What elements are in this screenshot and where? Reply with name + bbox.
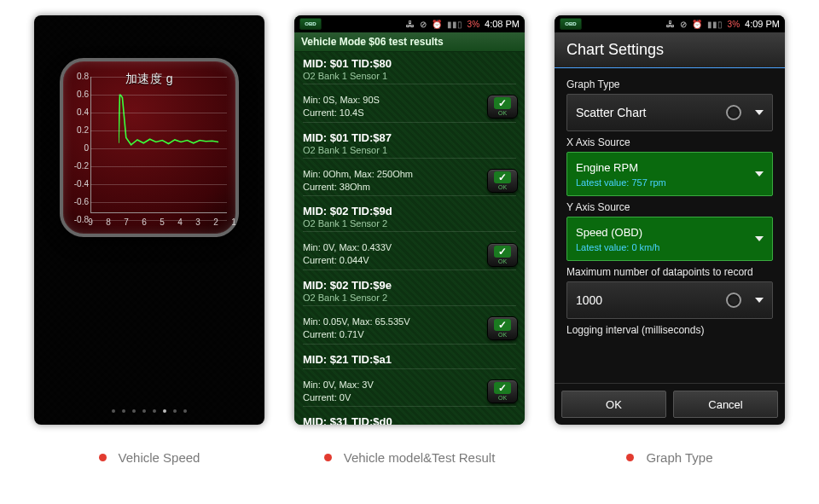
pass-icon: ✓OK [487,95,518,119]
result-header-row: MID: $01 TID:$80O2 Bank 1 Sensor 1 [294,52,525,88]
y-gridline [90,95,227,96]
app-icon: OBD [560,18,582,30]
y-tick-label: 0.8 [65,72,89,81]
result-head: MID: $01 TID:$87 [303,131,516,144]
pass-icon: ✓OK [487,243,518,267]
phone-1-speed-gauge: 加速度 g 0.80.60.40.20-0.2-0.4-0.6-0.898765… [34,15,264,425]
max-points-select[interactable]: 1000 [566,281,773,319]
result-header-row: MID: $02 TID:$9dO2 Bank 1 Sensor 2 [294,200,525,235]
pager-dots[interactable] [34,409,264,413]
result-sub: O2 Bank 1 Sensor 2 [303,218,516,229]
result-value-row[interactable]: Min: 0V, Max: 3VCurrent: 0V✓OK [294,373,525,411]
pass-icon: ✓OK [487,316,518,340]
chevron-down-icon [755,171,764,177]
ok-label: OK [498,332,507,338]
status-bar: OBD 🖧 ⊘ ⏰ ▮▮▯ 3% 4:09 PM [555,15,785,32]
y-tick-label: 0.2 [65,125,89,135]
pager-dot[interactable] [142,409,146,413]
pager-dot[interactable] [153,409,156,413]
result-header-row: MID: $01 TID:$87O2 Bank 1 Sensor 1 [294,126,525,162]
x-tick-label: 9 [88,217,93,227]
result-header-row: MID: $31 TID:$d0 [294,410,525,425]
check-icon: ✓ [494,319,511,331]
bullet-icon [99,454,107,461]
pass-icon: ✓OK [487,379,518,403]
result-values: Min: 0V, Max: 0.433VCurrent: 0.044V [303,241,516,267]
graph-type-select[interactable]: Scatter Chart [566,94,773,131]
x-axis-label: X Axis Source [566,136,773,148]
settings-header: Chart Settings [555,32,785,68]
caption-text: Vehicle model&Test Result [344,450,496,465]
results-list[interactable]: MID: $01 TID:$80O2 Bank 1 Sensor 1Min: 0… [294,52,525,425]
chevron-down-icon [755,236,764,241]
result-head: MID: $02 TID:$9d [303,205,516,217]
y-axis-label: Y Axis Source [566,201,773,213]
accel-gauge[interactable]: 加速度 g 0.80.60.40.20-0.2-0.4-0.6-0.898765… [60,58,239,237]
alarm-icon: ⏰ [432,20,442,29]
y-tick-label: -0.6 [65,197,89,206]
ok-label: OK [498,258,507,264]
phone-2-test-results: OBD 🖧 ⊘ ⏰ ▮▮▯ 3% 4:08 PM Vehicle Mode $0… [294,15,525,425]
bluetooth-icon: 🖧 [406,20,415,29]
result-value-row[interactable]: Min: 0.05V, Max: 65.535VCurrent: 0.71V✓O… [294,310,525,348]
x-axis-value: Engine RPM [576,161,764,174]
ok-label: OK [498,110,507,116]
x-tick-label: 3 [195,217,200,227]
bluetooth-icon: 🖧 [666,20,675,29]
pass-icon: ✓OK [487,169,518,193]
result-values: Min: 0S, Max: 90SCurrent: 10.4S [303,94,516,119]
gauge-grid [90,77,227,213]
ok-label: OK [498,395,507,401]
x-axis-latest: Latest value: 757 rpm [576,177,764,188]
x-tick-label: 6 [142,217,147,227]
y-axis-select[interactable]: Speed (OBD) Latest value: 0 km/h [566,217,773,261]
battery-pct: 3% [728,20,740,29]
pager-dot[interactable] [163,409,166,413]
y-gridline [90,202,227,203]
y-axis-latest: Latest value: 0 km/h [576,242,764,252]
result-values: Min: 0.05V, Max: 65.535VCurrent: 0.71V [303,316,516,341]
status-bar: OBD 🖧 ⊘ ⏰ ▮▮▯ 3% 4:08 PM [294,15,525,32]
radio-icon [726,293,741,308]
y-gridline [90,166,227,167]
result-head: MID: $31 TID:$d0 [303,415,516,425]
signal-icon: ▮▮▯ [447,20,462,29]
cancel-button[interactable]: Cancel [673,391,778,418]
status-time: 4:08 PM [485,19,520,29]
app-icon: OBD [299,18,322,30]
y-gridline [90,130,227,131]
signal-icon: ▮▮▯ [707,20,723,29]
x-tick-label: 5 [160,217,165,227]
phone-3-chart-settings: OBD 🖧 ⊘ ⏰ ▮▮▯ 3% 4:09 PM Chart Settings … [555,15,785,425]
x-tick-label: 7 [124,217,129,227]
check-icon: ✓ [494,246,511,258]
caption-1: Vehicle Speed [34,450,264,465]
y-gridline [90,184,227,185]
chevron-down-icon [755,298,764,303]
pager-dot[interactable] [173,409,177,413]
y-tick-label: -0.8 [65,215,89,224]
dialog-buttons: OK Cancel [555,383,785,425]
y-tick-label: -0.2 [65,161,89,171]
result-value-row[interactable]: Min: 0V, Max: 0.433VCurrent: 0.044V✓OK [294,235,525,274]
radio-icon [726,105,741,120]
pager-dot[interactable] [132,409,136,413]
ok-button[interactable]: OK [561,391,666,418]
interval-label: Logging interval (milliseconds) [566,324,773,336]
check-icon: ✓ [494,97,511,109]
x-tick-label: 1 [231,217,236,227]
x-axis-select[interactable]: Engine RPM Latest value: 757 rpm [566,152,773,196]
pager-dot[interactable] [112,409,115,413]
mute-icon: ⊘ [680,20,687,29]
y-gridline [90,148,227,149]
status-time: 4:09 PM [745,19,780,29]
pager-dot[interactable] [183,409,187,413]
result-value-row[interactable]: Min: 0Ohm, Max: 250OhmCurrent: 38Ohm✓OK [294,162,525,200]
pager-dot[interactable] [122,409,125,413]
mute-icon: ⊘ [420,20,427,29]
result-sub: O2 Bank 1 Sensor 2 [303,293,516,303]
result-value-row[interactable]: Min: 0S, Max: 90SCurrent: 10.4S✓OK [294,88,525,126]
result-sub: O2 Bank 1 Sensor 1 [303,145,516,155]
result-head: MID: $01 TID:$80 [303,57,516,70]
y-tick-label: 0.6 [65,90,89,99]
